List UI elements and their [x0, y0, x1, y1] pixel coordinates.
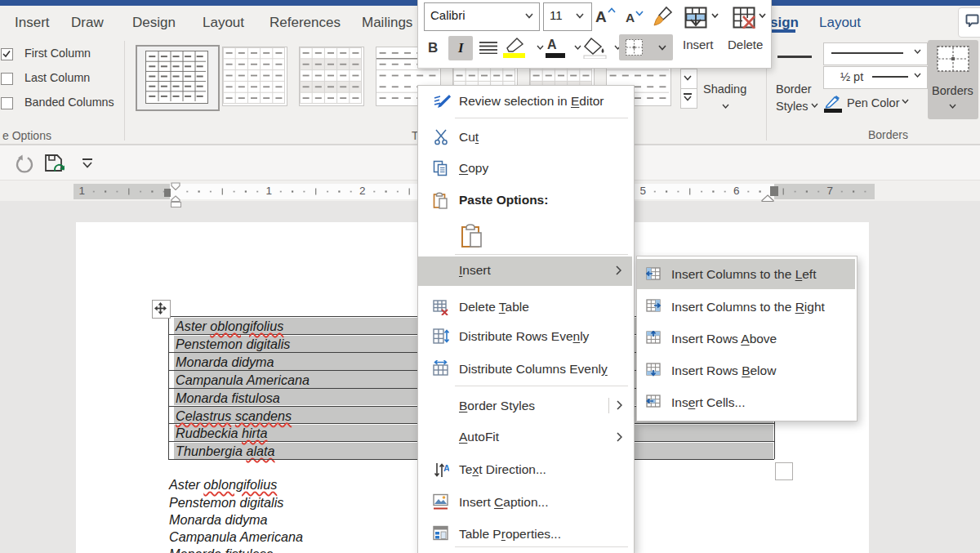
svg-text:A: A: [443, 463, 449, 473]
